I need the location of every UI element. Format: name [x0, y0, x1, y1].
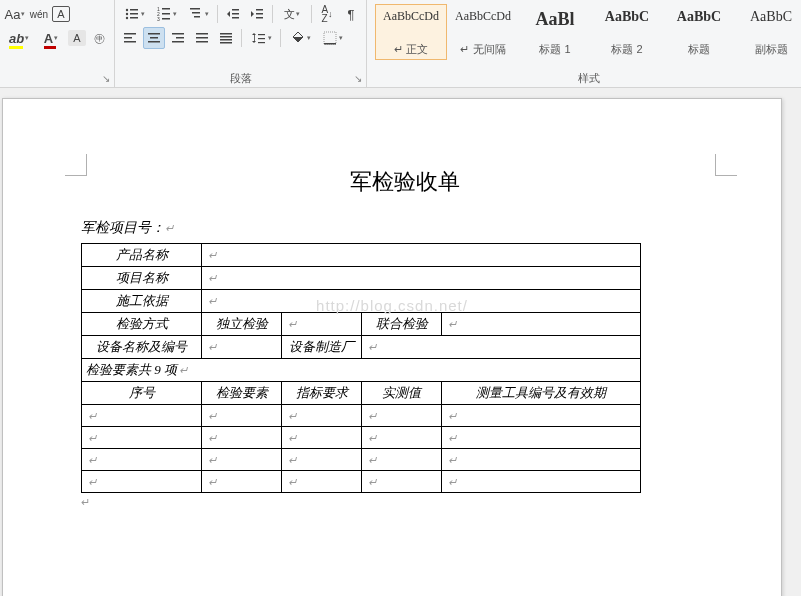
style-name: 副标题 — [738, 42, 801, 57]
para-mark-icon: ↵ — [165, 222, 174, 234]
page: http://blog.csdn.net/ 军检验收单 军检项目号：↵ 产品名称… — [2, 98, 782, 596]
style-preview: AaBl — [522, 9, 588, 30]
svg-rect-17 — [232, 17, 239, 19]
align-left-button[interactable] — [119, 27, 141, 49]
svg-rect-42 — [324, 43, 336, 45]
style-item-4[interactable]: AaBbC标题 — [663, 4, 735, 60]
align-center-button[interactable] — [143, 27, 165, 49]
svg-point-2 — [125, 13, 127, 15]
hdr-tool: 测量工具编号及有效期 — [442, 382, 641, 405]
svg-rect-41 — [324, 32, 336, 44]
svg-point-0 — [125, 9, 127, 11]
svg-rect-32 — [196, 41, 208, 43]
cell-method-label: 检验方式 — [82, 313, 202, 336]
borders-button[interactable]: ▾ — [317, 27, 347, 49]
style-preview: AaBbC — [594, 9, 660, 25]
document-title: 军检验收单 — [81, 167, 729, 197]
cell-joint-label: 联合检验 — [362, 313, 442, 336]
row-equipment: 设备名称及编号 ↵ 设备制造厂 ↵ — [82, 336, 641, 359]
bullets-button[interactable]: ▾ — [119, 3, 149, 25]
cell-product-value: ↵ — [202, 244, 641, 267]
show-marks-button[interactable]: ¶ — [340, 3, 362, 25]
hdr-element: 检验要素 — [202, 382, 282, 405]
row-project: 项目名称↵ — [82, 267, 641, 290]
page-margin-mark-tl — [65, 154, 87, 176]
increase-indent-button[interactable] — [246, 3, 268, 25]
row-method: 检验方式 独立检验 ↵ 联合检验 ↵ — [82, 313, 641, 336]
line-spacing-button[interactable]: ▾ — [246, 27, 276, 49]
style-item-1[interactable]: AaBbCcDd↵ 无间隔 — [447, 4, 519, 60]
char-shading-button[interactable]: A — [68, 30, 86, 46]
svg-rect-24 — [148, 33, 160, 35]
paragraph-dialog-launcher[interactable]: ↘ — [352, 73, 364, 85]
cell-project-label: 项目名称 — [82, 267, 202, 290]
char-border-button[interactable]: A — [52, 6, 70, 22]
svg-rect-7 — [162, 8, 170, 10]
data-row: ↵↵↵↵↵ — [82, 449, 641, 471]
svg-rect-30 — [196, 33, 208, 35]
font-dialog-launcher[interactable]: ↘ — [100, 73, 112, 85]
cell-independent-label: 独立检验 — [202, 313, 282, 336]
style-item-5[interactable]: AaBbC副标题 — [735, 4, 801, 60]
svg-rect-40 — [258, 42, 265, 43]
svg-rect-19 — [256, 13, 263, 15]
svg-rect-21 — [124, 33, 136, 35]
svg-rect-20 — [256, 17, 263, 19]
paragraph-group-label: 段落 — [115, 71, 366, 86]
svg-rect-15 — [232, 9, 239, 11]
decrease-indent-button[interactable] — [222, 3, 244, 25]
phonetic-guide-button[interactable]: wén — [28, 3, 50, 25]
multilevel-list-button[interactable]: ▾ — [183, 3, 213, 25]
distribute-button[interactable] — [215, 27, 237, 49]
svg-rect-34 — [220, 36, 232, 38]
svg-rect-27 — [172, 33, 184, 35]
paragraph-group: ▾ 123▾ ▾ 文▾ AZ↓ ¶ ▾ ▾ ▾ 段落 ↘ — [115, 0, 367, 87]
svg-rect-35 — [220, 39, 232, 41]
style-item-3[interactable]: AaBbC标题 2 — [591, 4, 663, 60]
cell-project-value: ↵ — [202, 267, 641, 290]
svg-rect-37 — [254, 34, 255, 42]
change-case-button[interactable]: Aa▾ — [4, 3, 26, 25]
style-gallery: AaBbCcDd↵ 正文AaBbCcDd↵ 无间隔AaBl标题 1AaBbC标题… — [371, 2, 801, 60]
ribbon: Aa▾ wén A ab▾ A▾ A ㊥ ↘ ▾ 123▾ ▾ 文▾ AZ↓ ¶ — [0, 0, 801, 88]
cell-basis-value: ↵ — [202, 290, 641, 313]
svg-rect-38 — [258, 34, 265, 35]
svg-rect-13 — [192, 12, 200, 14]
svg-rect-11 — [162, 18, 170, 20]
text-direction-button[interactable]: 文▾ — [277, 3, 307, 25]
svg-rect-9 — [162, 13, 170, 15]
numbering-button[interactable]: 123▾ — [151, 3, 181, 25]
page-margin-mark-tr — [715, 154, 737, 176]
row-headers: 序号 检验要素 指标要求 实测值 测量工具编号及有效期 — [82, 382, 641, 405]
style-item-0[interactable]: AaBbCcDd↵ 正文 — [375, 4, 447, 60]
cell-joint-value: ↵ — [442, 313, 641, 336]
justify-button[interactable] — [191, 27, 213, 49]
style-preview: AaBbC — [738, 9, 801, 25]
style-item-2[interactable]: AaBl标题 1 — [519, 4, 591, 60]
hdr-seq: 序号 — [82, 382, 202, 405]
style-name: 标题 2 — [594, 42, 660, 57]
svg-rect-33 — [220, 33, 232, 35]
document-area[interactable]: http://blog.csdn.net/ 军检验收单 军检项目号：↵ 产品名称… — [0, 88, 801, 596]
svg-rect-25 — [150, 37, 158, 39]
cell-equip-name-value: ↵ — [202, 336, 282, 359]
svg-rect-18 — [256, 9, 263, 11]
style-name: ↵ 无间隔 — [450, 42, 516, 57]
sort-button[interactable]: AZ↓ — [316, 3, 338, 25]
document-table: 产品名称↵ 项目名称↵ 施工依据↵ 检验方式 独立检验 ↵ 联合检验 ↵ 设备名… — [81, 243, 641, 493]
svg-rect-3 — [130, 13, 138, 15]
svg-rect-5 — [130, 17, 138, 19]
enclose-char-button[interactable]: ㊥ — [88, 27, 110, 49]
style-preview: AaBbCcDd — [450, 9, 516, 24]
highlight-color-button[interactable]: ab▾ — [4, 27, 34, 49]
font-color-button[interactable]: A▾ — [36, 27, 66, 49]
svg-rect-22 — [124, 37, 132, 39]
row-product: 产品名称↵ — [82, 244, 641, 267]
project-number-label: 军检项目号： — [81, 220, 165, 235]
data-row: ↵↵↵↵↵ — [82, 427, 641, 449]
align-right-button[interactable] — [167, 27, 189, 49]
hdr-requirement: 指标要求 — [282, 382, 362, 405]
data-row: ↵↵↵↵↵ — [82, 471, 641, 493]
svg-rect-1 — [130, 9, 138, 11]
shading-button[interactable]: ▾ — [285, 27, 315, 49]
